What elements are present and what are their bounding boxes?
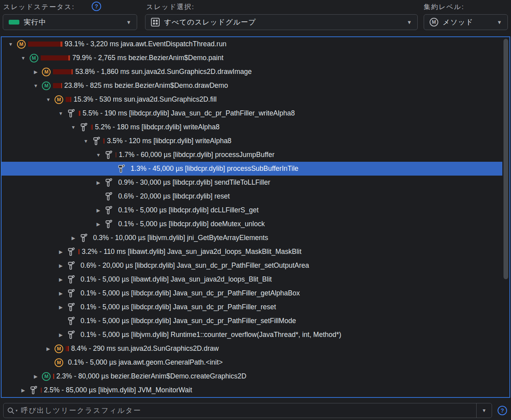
native-method-icon bbox=[105, 192, 113, 201]
expand-arrow-icon[interactable]: ▶ bbox=[57, 332, 65, 338]
method-icon: M bbox=[42, 68, 51, 76]
method-green-icon: M bbox=[42, 81, 51, 90]
aggregation-level-value: メソッド bbox=[443, 17, 492, 27]
method-icon: M bbox=[42, 81, 51, 90]
thread-status-help-icon[interactable]: ? bbox=[92, 2, 101, 11]
expand-arrow-icon[interactable]: ▶ bbox=[44, 346, 53, 352]
tree-row[interactable]: ▼M23.8% - 825 ms bezier.BezierAnim$Demo.… bbox=[2, 79, 502, 93]
thread-selection-dropdown[interactable]: すべてのスレッドグループ ▼ bbox=[145, 14, 418, 30]
native-method-icon bbox=[67, 317, 76, 325]
method-icon: M bbox=[55, 344, 63, 353]
row-label: 2.3% - 80,000 µs bezier.BezierAnim$Demo.… bbox=[57, 372, 247, 380]
tree-row[interactable]: ▶0.1% - 5,000 µs [libawt.dylib] Java_sun… bbox=[2, 272, 502, 286]
method-orange-icon: M bbox=[42, 68, 51, 76]
collapse-arrow-icon[interactable]: ▼ bbox=[44, 97, 53, 102]
thread-selection-label: スレッド選択: bbox=[146, 2, 194, 11]
call-tree: ▼M93.1% - 3,220 ms java.awt.EventDispatc… bbox=[2, 37, 509, 397]
row-label: 53.8% - 1,860 ms sun.java2d.SunGraphics2… bbox=[75, 68, 252, 76]
tree-row[interactable]: M0.1% - 5,000 µs java.awt.geom.GeneralPa… bbox=[2, 356, 502, 369]
expand-arrow-icon[interactable]: ▶ bbox=[94, 180, 103, 185]
tree-row[interactable]: ▶0.1% - 5,000 µs [libdcpr.dylib] Java_su… bbox=[2, 300, 502, 314]
method-icon: M bbox=[30, 54, 38, 62]
expand-arrow-icon[interactable]: ▶ bbox=[69, 235, 78, 241]
native-method-icon bbox=[67, 248, 76, 256]
tree-row[interactable]: ▼5.2% - 180 ms [libdcpr.dylib] writeAlph… bbox=[2, 120, 502, 134]
chevron-down-icon: ▼ bbox=[497, 19, 502, 25]
chevron-down-icon: ▼ bbox=[126, 19, 131, 25]
filter-history-dropdown[interactable]: ▼ bbox=[476, 403, 492, 418]
tree-row[interactable]: ▶2.5% - 85,000 µs [libjvm.dylib] JVM_Mon… bbox=[2, 383, 502, 397]
tree-row[interactable]: ▶0.1% - 5,000 µs [libjvm.dylib] Runtime1… bbox=[2, 328, 502, 342]
thread-status-label: スレッドステータス: bbox=[3, 2, 75, 11]
row-label: 0.1% - 5,000 µs [libdcpr.dylib] Java_sun… bbox=[81, 289, 300, 297]
row-label: 0.6% - 20,000 µs [libdcpr.dylib] reset bbox=[118, 192, 230, 201]
method-level-icon: M bbox=[430, 18, 438, 26]
method-green-icon: M bbox=[30, 54, 38, 62]
expand-arrow-icon[interactable]: ▶ bbox=[94, 208, 103, 213]
tree-row[interactable]: ▼M79.9% - 2,765 ms bezier.BezierAnim$Dem… bbox=[2, 51, 502, 65]
method-icon: M bbox=[17, 40, 26, 49]
tree-row[interactable]: ▶0.6% - 20,000 µs [libdcpr.dylib] Java_s… bbox=[2, 259, 502, 272]
tree-row[interactable]: 1.3% - 45,000 µs [libdcpr.dylib] process… bbox=[2, 162, 502, 176]
tree-row[interactable]: ▶M2.3% - 80,000 µs bezier.BezierAnim$Dem… bbox=[2, 369, 502, 383]
tree-row[interactable]: 0.1% - 5,000 µs [libdcpr.dylib] Java_sun… bbox=[2, 314, 502, 328]
collapse-arrow-icon[interactable]: ▼ bbox=[81, 138, 90, 144]
expand-arrow-icon[interactable]: ▶ bbox=[57, 277, 65, 282]
tree-row[interactable]: ▶0.1% - 5,000 µs [libdcpr.dylib] dcLLFil… bbox=[2, 203, 502, 217]
expand-arrow-icon[interactable]: ▶ bbox=[57, 291, 65, 296]
tree-row[interactable]: ▶M53.8% - 1,860 ms sun.java2d.SunGraphic… bbox=[2, 65, 502, 79]
time-bar bbox=[53, 374, 54, 379]
expand-arrow-icon[interactable]: ▶ bbox=[57, 249, 65, 255]
collapse-arrow-icon[interactable]: ▼ bbox=[31, 83, 40, 89]
tree-row[interactable]: ▶0.9% - 30,000 µs [libdcpr.dylib] sendTi… bbox=[2, 176, 502, 189]
row-label: 93.1% - 3,220 ms java.awt.EventDispatchT… bbox=[65, 40, 227, 48]
row-label: 1.3% - 45,000 µs [libdcpr.dylib] process… bbox=[131, 165, 298, 173]
chevron-down-icon: ▼ bbox=[407, 19, 412, 25]
tree-row[interactable]: ▼M93.1% - 3,220 ms java.awt.EventDispatc… bbox=[2, 37, 502, 51]
method-icon: M bbox=[42, 372, 51, 381]
collapse-arrow-icon[interactable]: ▼ bbox=[57, 111, 65, 116]
vertical-scrollbar[interactable] bbox=[503, 39, 508, 279]
native-method-icon bbox=[30, 386, 38, 395]
tree-row[interactable]: ▶0.1% - 5,000 µs [libdcpr.dylib] doeMute… bbox=[2, 217, 502, 231]
time-bar bbox=[91, 125, 93, 130]
expand-arrow-icon[interactable]: ▶ bbox=[31, 374, 40, 379]
native-method-icon bbox=[67, 109, 76, 118]
tree-row[interactable]: ▼3.5% - 120 ms [libdcpr.dylib] writeAlph… bbox=[2, 134, 502, 148]
collapse-arrow-icon[interactable]: ▼ bbox=[69, 125, 78, 130]
call-tree-panel: ▼M93.1% - 3,220 ms java.awt.EventDispatc… bbox=[1, 36, 510, 398]
row-label: 5.5% - 190 ms [libdcpr.dylib] Java_sun_d… bbox=[83, 109, 295, 117]
native-method-icon bbox=[105, 178, 113, 187]
collapse-arrow-icon[interactable]: ▼ bbox=[6, 42, 15, 47]
expand-arrow-icon[interactable]: ▶ bbox=[57, 263, 65, 269]
filter-placeholder: 呼び出しツリークラスフィルター bbox=[21, 406, 476, 415]
search-icon[interactable]: ▼ bbox=[7, 407, 18, 414]
tree-row[interactable]: 0.6% - 20,000 µs [libdcpr.dylib] reset bbox=[2, 189, 502, 203]
profiler-call-tree-view: スレッドステータス: ? スレッド選択: 集約レベル: 実行中 ▼ すべてのスレ… bbox=[0, 0, 511, 420]
tree-row[interactable]: ▶0.3% - 10,000 µs [libjvm.dylib] jni_Get… bbox=[2, 231, 502, 245]
method-orange-icon: M bbox=[55, 95, 63, 104]
expand-arrow-icon[interactable]: ▶ bbox=[57, 305, 65, 310]
tree-row[interactable]: ▶3.2% - 110 ms [libawt.dylib] Java_sun_j… bbox=[2, 245, 502, 259]
filter-help-icon[interactable]: ? bbox=[498, 406, 507, 415]
collapse-arrow-icon[interactable]: ▼ bbox=[19, 55, 28, 61]
method-orange-icon: M bbox=[55, 358, 63, 367]
time-bar bbox=[28, 42, 62, 47]
thread-status-dropdown[interactable]: 実行中 ▼ bbox=[3, 14, 137, 30]
row-label: 0.6% - 20,000 µs [libdcpr.dylib] Java_su… bbox=[81, 261, 309, 270]
tree-row[interactable]: ▼1.7% - 60,000 µs [libdcpr.dylib] proces… bbox=[2, 148, 502, 162]
class-filter-input[interactable]: ▼ 呼び出しツリークラスフィルター ▼ bbox=[3, 403, 492, 418]
expand-arrow-icon[interactable]: ▶ bbox=[94, 221, 103, 227]
expand-arrow-icon[interactable]: ▶ bbox=[31, 69, 40, 75]
tree-row[interactable]: ▶0.1% - 5,000 µs [libdcpr.dylib] Java_su… bbox=[2, 286, 502, 300]
expand-arrow-icon[interactable]: ▶ bbox=[19, 388, 28, 393]
tree-row[interactable]: ▶M8.4% - 290 ms sun.java2d.SunGraphics2D… bbox=[2, 342, 502, 356]
time-bar bbox=[53, 83, 62, 88]
aggregation-level-dropdown[interactable]: M メソッド ▼ bbox=[424, 14, 508, 30]
thread-group-icon bbox=[151, 18, 160, 26]
tree-row[interactable]: ▼5.5% - 190 ms [libdcpr.dylib] Java_sun_… bbox=[2, 106, 502, 120]
row-label: 0.1% - 5,000 µs [libdcpr.dylib] Java_sun… bbox=[81, 303, 276, 311]
native-method-icon bbox=[67, 303, 76, 312]
collapse-arrow-icon[interactable]: ▼ bbox=[94, 152, 103, 158]
tree-row[interactable]: ▼M15.3% - 530 ms sun.java2d.SunGraphics2… bbox=[2, 93, 502, 106]
